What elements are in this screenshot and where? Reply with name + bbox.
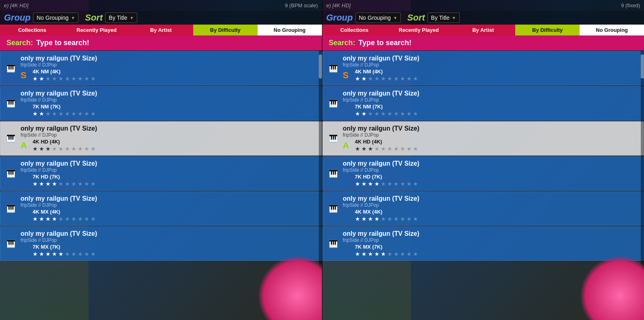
song-diff-row: S 4K NM (4K) ★★★★★★★★★★ <box>343 69 639 82</box>
top-bar: e) [4K HD] 9 (fixed) <box>322 0 644 11</box>
star-4: ★ <box>58 110 64 117</box>
tab-difficulty[interactable]: By Difficulty <box>515 25 580 35</box>
group-value: No Grouping <box>359 15 391 21</box>
song-stars: ★★★★★★★★★★ <box>355 251 639 257</box>
song-icon: 🎹 <box>5 203 17 214</box>
song-stars: ★★★★★★★★★★ <box>33 181 317 187</box>
song-diff-info: 7K MX (7K) ★★★★★★★★★★ <box>33 244 317 257</box>
song-item[interactable]: 🎹 only my railgun (TV Size) fripSide // … <box>322 51 644 85</box>
star-0: ★ <box>33 216 38 222</box>
song-info: only my railgun (TV Size) fripSide // DJ… <box>343 160 639 187</box>
bpm-label: 9 (BPM scale) <box>285 2 318 8</box>
tab-collections[interactable]: Collections <box>322 25 387 35</box>
song-diff-row: 7K NM (7K) ★★★★★★★★★★ <box>343 104 639 117</box>
song-item[interactable]: 🎹 only my railgun (TV Size) fripSide // … <box>322 121 644 156</box>
tab-nogrouping[interactable]: No Grouping <box>580 25 644 35</box>
star-1: ★ <box>39 251 44 257</box>
song-stars: ★★★★★★★★★★ <box>33 145 317 152</box>
star-4: ★ <box>58 181 64 187</box>
tab-collections[interactable]: Collections <box>0 25 64 35</box>
star-4: ★ <box>381 110 386 117</box>
star-1: ★ <box>361 216 367 222</box>
star-8: ★ <box>84 75 89 82</box>
song-item[interactable]: 🎹 only my railgun (TV Size) fripSide // … <box>0 51 322 85</box>
star-0: ★ <box>33 110 38 117</box>
song-artist: fripSide // DJPop <box>343 62 639 68</box>
tab-nogrouping[interactable]: No Grouping <box>258 25 322 35</box>
panel-content: e) [4K HD] 9 (BPM scale) Group No Groupi… <box>0 0 322 320</box>
star-5: ★ <box>387 216 392 222</box>
tab-recently[interactable]: Recently Played <box>386 25 451 35</box>
star-0: ★ <box>33 145 38 152</box>
top-bar: e) [4K HD] 9 (BPM scale) <box>0 0 322 11</box>
song-item[interactable]: 🎹 only my railgun (TV Size) fripSide // … <box>322 226 644 261</box>
song-title: only my railgun (TV Size) <box>21 160 317 167</box>
star-5: ★ <box>65 145 70 152</box>
song-diff-row: 7K NM (7K) ★★★★★★★★★★ <box>21 104 317 117</box>
star-0: ★ <box>33 75 38 82</box>
star-3: ★ <box>52 181 57 187</box>
song-title: only my railgun (TV Size) <box>21 125 317 132</box>
song-title: only my railgun (TV Size) <box>343 90 639 97</box>
star-1: ★ <box>39 181 44 187</box>
tab-recently[interactable]: Recently Played <box>64 25 129 35</box>
star-9: ★ <box>91 216 96 222</box>
search-bar[interactable]: Search: Type to search! <box>322 35 644 50</box>
star-8: ★ <box>407 75 412 82</box>
star-7: ★ <box>400 110 405 117</box>
song-item[interactable]: 🎹 only my railgun (TV Size) fripSide // … <box>0 226 322 261</box>
song-item[interactable]: 🎹 only my railgun (TV Size) fripSide // … <box>0 191 322 226</box>
star-9: ★ <box>413 181 418 187</box>
song-icon: 🎹 <box>328 133 339 144</box>
song-diff-info: 4K HD (4K) ★★★★★★★★★★ <box>33 139 317 152</box>
song-diff-label: 4K MX (4K) <box>355 209 639 215</box>
song-diff-label: 7K MX (7K) <box>33 244 317 250</box>
star-1: ★ <box>361 110 367 117</box>
scrollbar[interactable] <box>641 50 644 320</box>
sort-dropdown[interactable]: By Title ▼ <box>427 12 460 23</box>
song-diff-row: 7K HD (7K) ★★★★★★★★★★ <box>21 174 317 187</box>
song-item[interactable]: 🎹 only my railgun (TV Size) fripSide // … <box>322 156 644 191</box>
song-info: only my railgun (TV Size) fripSide // DJ… <box>343 195 639 222</box>
group-dropdown[interactable]: No Grouping ▼ <box>355 12 401 23</box>
group-label: Group <box>4 12 31 23</box>
song-item[interactable]: 🎹 only my railgun (TV Size) fripSide // … <box>0 121 322 156</box>
subtitle-label: e) [4K HD] <box>4 2 29 8</box>
song-item[interactable]: 🎹 only my railgun (TV Size) fripSide // … <box>0 86 322 121</box>
song-artist: fripSide // DJPop <box>21 132 317 138</box>
sort-dropdown[interactable]: By Title ▼ <box>105 12 137 23</box>
star-4: ★ <box>381 251 386 257</box>
song-title: only my railgun (TV Size) <box>21 90 317 97</box>
song-diff-label: 7K HD (7K) <box>355 174 639 180</box>
song-item[interactable]: 🎹 only my railgun (TV Size) fripSide // … <box>0 156 322 191</box>
tab-artist[interactable]: By Artist <box>451 25 515 35</box>
star-9: ★ <box>413 75 418 82</box>
group-dropdown[interactable]: No Grouping ▼ <box>33 12 78 23</box>
tab-difficulty[interactable]: By Difficulty <box>193 25 258 35</box>
star-9: ★ <box>91 75 96 82</box>
song-diff-row: S 4K NM (4K) ★★★★★★★★★★ <box>21 69 317 82</box>
song-diff-info: 7K HD (7K) ★★★★★★★★★★ <box>355 174 639 187</box>
song-stars: ★★★★★★★★★★ <box>355 75 639 82</box>
star-9: ★ <box>91 181 96 187</box>
scrollbar[interactable] <box>319 50 322 320</box>
star-5: ★ <box>65 251 70 257</box>
star-8: ★ <box>407 251 412 257</box>
star-3: ★ <box>374 251 380 257</box>
star-3: ★ <box>374 110 380 117</box>
search-bar[interactable]: Search: Type to search! <box>0 35 322 50</box>
star-1: ★ <box>361 181 367 187</box>
tab-artist[interactable]: By Artist <box>129 25 193 35</box>
song-item[interactable]: 🎹 only my railgun (TV Size) fripSide // … <box>322 191 644 226</box>
song-diff-label: 7K NM (7K) <box>33 104 317 110</box>
header-row: Group No Grouping ▼ Sort By Title ▼ <box>322 11 644 25</box>
bpm-label: 9 (fixed) <box>621 2 640 8</box>
song-item[interactable]: 🎹 only my railgun (TV Size) fripSide // … <box>322 86 644 121</box>
star-8: ★ <box>407 181 412 187</box>
song-stars: ★★★★★★★★★★ <box>33 216 317 222</box>
star-9: ★ <box>413 216 418 222</box>
star-6: ★ <box>71 251 76 257</box>
song-info: only my railgun (TV Size) fripSide // DJ… <box>343 90 639 117</box>
subtitle-label: e) [4K HD] <box>326 2 351 8</box>
scrollbar-thumb <box>641 54 644 79</box>
